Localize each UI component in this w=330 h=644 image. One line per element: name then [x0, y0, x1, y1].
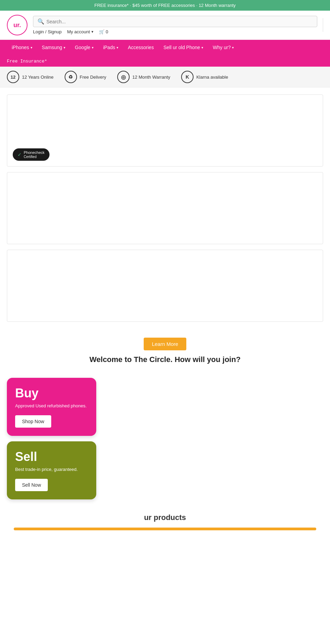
trust-klarna-label: Klarna available	[196, 75, 228, 80]
welcome-heading: Welcome to The Circle. How will you join…	[7, 355, 323, 364]
trust-warranty: ◎ 12 Month Warranty	[117, 71, 170, 83]
cart-icon: 🛒	[99, 29, 104, 34]
phonecheck-check-icon: ✓	[18, 152, 22, 157]
cta-section: Learn More Welcome to The Circle. How wi…	[0, 334, 330, 371]
nav-samsung[interactable]: Samsung ▾	[37, 40, 70, 55]
trust-warranty-label: 12 Month Warranty	[132, 75, 170, 80]
why-ur-chevron-icon: ▾	[232, 46, 234, 49]
search-input[interactable]	[46, 19, 313, 24]
cart[interactable]: 🛒 0	[99, 29, 108, 34]
iphones-chevron-icon: ▾	[31, 46, 32, 49]
ipads-chevron-icon: ▾	[117, 46, 118, 49]
buy-card-title: Buy	[15, 386, 88, 400]
buy-card-description: Approved Used refurbished phones.	[15, 403, 88, 408]
header-divider	[323, 18, 323, 32]
warranty-icon: ◎	[117, 71, 130, 83]
cards-section: Buy Approved Used refurbished phones. Sh…	[0, 371, 330, 506]
slider-card-3	[7, 250, 323, 322]
logo[interactable]: ur.	[7, 15, 28, 35]
header-right: 🔍 Login / Signup My account 🛒 0	[33, 16, 317, 34]
products-title: ur products	[7, 513, 323, 522]
nav-sell-old-phone[interactable]: Sell ur old Phone ▾	[158, 40, 208, 55]
trust-klarna: K Klarna available	[181, 71, 228, 83]
main-content: ✓ Phonecheck Certified	[0, 88, 330, 334]
nav-row-secondary: Free Insurance*	[7, 55, 323, 67]
logo-text: ur.	[13, 22, 21, 29]
cart-count: 0	[106, 29, 108, 34]
trust-delivery: ♻ Free Delivery	[65, 71, 106, 83]
nav-iphones[interactable]: iPhones ▾	[7, 40, 37, 55]
phonecheck-badge: ✓ Phonecheck Certified	[13, 148, 50, 161]
shop-now-button[interactable]: Shop Now	[15, 415, 51, 428]
header-links: Login / Signup My account 🛒 0	[33, 29, 317, 34]
top-banner: FREE insurance* · $45 worth of FREE acce…	[0, 0, 330, 11]
nav-row-main: iPhones ▾ Samsung ▾ Google ▾ iPads ▾ Acc…	[7, 40, 323, 55]
account-chevron-icon	[91, 30, 94, 34]
sell-card-description: Best trade-in price, guaranteed.	[15, 467, 88, 472]
nav-accessories[interactable]: Accessories	[123, 40, 158, 55]
free-delivery-icon: ♻	[65, 71, 77, 83]
top-banner-text: FREE insurance* · $45 worth of FREE acce…	[94, 3, 235, 8]
nav-google[interactable]: Google ▾	[70, 40, 98, 55]
trust-bar: 12 12 Years Online ♻ Free Delivery ◎ 12 …	[0, 67, 330, 88]
sell-card-title: Sell	[15, 450, 88, 464]
products-bar	[14, 528, 316, 530]
slider-card-2	[7, 172, 323, 244]
learn-more-button[interactable]: Learn More	[144, 338, 187, 350]
google-chevron-icon: ▾	[92, 46, 94, 49]
nav-ipads[interactable]: iPads ▾	[98, 40, 123, 55]
main-nav: iPhones ▾ Samsung ▾ Google ▾ iPads ▾ Acc…	[0, 40, 330, 67]
samsung-chevron-icon: ▾	[64, 46, 65, 49]
account-label: My account	[67, 29, 90, 34]
sell-chevron-icon: ▾	[201, 46, 203, 49]
products-section: ur products	[0, 506, 330, 537]
trust-delivery-label: Free Delivery	[80, 75, 106, 80]
my-account-dropdown[interactable]: My account	[67, 29, 93, 34]
search-bar: 🔍	[33, 16, 317, 27]
nav-why-ur[interactable]: Why ur? ▾	[208, 40, 239, 55]
sell-card: Sell Best trade-in price, guaranteed. Se…	[7, 441, 96, 499]
trust-years: 12 12 Years Online	[7, 71, 54, 83]
klarna-icon: K	[181, 71, 194, 83]
free-insurance-label: Free Insurance*	[7, 57, 47, 65]
sell-now-button[interactable]: Sell Now	[15, 479, 48, 491]
search-icon: 🔍	[37, 18, 44, 25]
slider-card-1: ✓ Phonecheck Certified	[7, 94, 323, 167]
phonecheck-label: Phonecheck Certified	[24, 150, 45, 159]
years-online-icon: 12	[7, 71, 19, 83]
header: ur. 🔍 Login / Signup My account 🛒 0	[0, 11, 330, 40]
trust-years-label: 12 Years Online	[22, 75, 54, 80]
buy-card: Buy Approved Used refurbished phones. Sh…	[7, 378, 96, 436]
login-link[interactable]: Login / Signup	[33, 29, 62, 34]
